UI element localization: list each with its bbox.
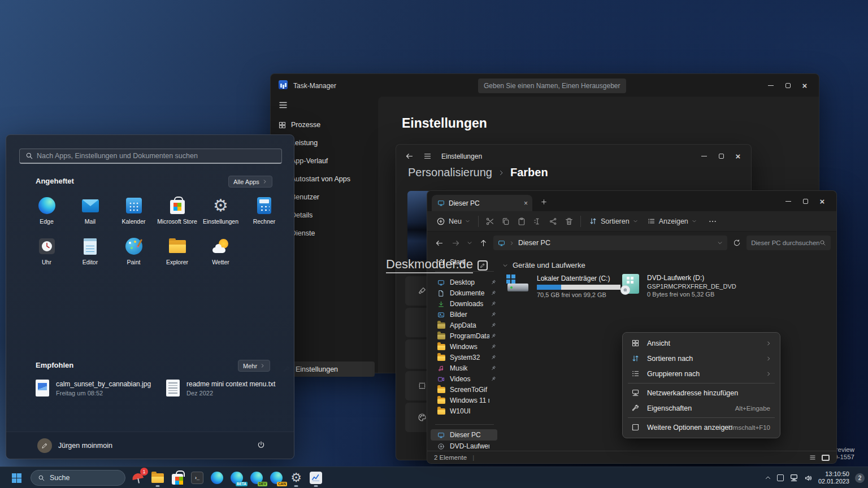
view-button[interactable]: Anzeigen (643, 213, 701, 230)
nav-item-programdata[interactable]: ProgramData (431, 330, 497, 342)
new-tab-icon[interactable] (540, 198, 548, 206)
context-menu-ansicht[interactable]: Ansicht (626, 336, 777, 351)
close-button[interactable]: × (814, 193, 831, 210)
nav-item-desktop[interactable]: Desktop (431, 277, 497, 288)
power-icon[interactable] (257, 441, 266, 450)
all-apps-button[interactable]: Alle Apps (228, 176, 272, 188)
nav-item-bilder[interactable]: Bilder (431, 309, 497, 320)
minimize-button[interactable] (780, 193, 797, 210)
chevron-down-icon[interactable] (717, 240, 723, 246)
pinned-app-uhr[interactable]: Uhr (25, 234, 68, 275)
taskbar-edge-canary[interactable]: CAN (267, 469, 285, 487)
nav-item-w10ui[interactable]: W10UI (431, 406, 497, 417)
nav-item-dokumente[interactable]: Dokumente (431, 287, 497, 299)
drive-c-tile[interactable]: Lokaler Datenträger (C:) 70,5 GB frei vo… (506, 274, 620, 298)
close-button[interactable]: × (730, 147, 747, 164)
refresh-icon[interactable] (731, 239, 743, 247)
taskbar-umbrella-app[interactable]: 1 (129, 469, 147, 487)
taskbar-settings[interactable]: ⚙ (287, 469, 305, 487)
nav-item-windows11mini[interactable]: Windows 11 mini co (431, 395, 497, 406)
context-menu-sortieren[interactable]: Sortieren nach (626, 351, 777, 366)
taskbar-store[interactable] (168, 469, 186, 487)
pinned-app-editor[interactable]: Editor (68, 234, 112, 275)
pinned-app-einstellungen[interactable]: ⚙Einstellungen (199, 194, 242, 234)
nav-item-dvd[interactable]: DVD-Laufwerk (D:) G (431, 441, 497, 451)
drive-d-tile[interactable]: DVD-Laufwerk (D:) GSP1RMCPRXFRER_DE_DVD … (622, 274, 736, 298)
pinned-app-paint[interactable]: Paint (112, 234, 155, 275)
nav-item-videos[interactable]: Videos (431, 373, 497, 385)
taskbar-task-manager[interactable] (307, 469, 325, 487)
new-button[interactable]: Neu (432, 213, 475, 230)
nav-item-appdata[interactable]: AppData (431, 320, 497, 331)
pinned-app-explorer[interactable]: Explorer (155, 234, 199, 275)
start-search-box[interactable] (19, 149, 282, 164)
avatar[interactable] (37, 438, 52, 453)
taskbar-search[interactable]: Suche (31, 470, 125, 486)
pinned-app-store[interactable]: Microsoft Store (155, 194, 199, 234)
more-options-icon[interactable] (705, 213, 721, 230)
nav-item-screentogif[interactable]: ScreenToGif (431, 384, 497, 395)
notification-count-badge[interactable]: 2 (855, 473, 865, 483)
chevron-down-icon[interactable] (466, 240, 474, 246)
taskmgr-nav-prozesse[interactable]: Prozesse (271, 116, 375, 134)
back-icon[interactable] (433, 239, 446, 247)
context-menu-eigenschaften[interactable]: Eigenschaften Alt+Eingabe (626, 400, 777, 416)
pinned-app-mail[interactable]: Mail (68, 194, 112, 234)
cut-button[interactable] (482, 213, 498, 230)
maximize-button[interactable] (797, 193, 814, 210)
pinned-app-kalender[interactable]: Kalender (112, 194, 155, 234)
context-menu-weitere-optionen[interactable]: Weitere Optionen anzeigen Umschalt+F10 (626, 420, 777, 435)
pinned-app-edge[interactable]: Edge (25, 194, 68, 234)
explorer-search-input[interactable] (751, 239, 819, 246)
maximize-button[interactable] (779, 77, 796, 94)
minimize-button[interactable] (696, 147, 713, 164)
taskbar-terminal[interactable]: ›_ (188, 469, 206, 487)
sort-button[interactable]: Sortieren (584, 213, 643, 230)
close-button[interactable]: × (796, 77, 813, 94)
tray-chevron-up-icon[interactable] (765, 474, 771, 481)
group-header[interactable]: Geräte und Laufwerke (502, 261, 585, 269)
maximize-button[interactable] (713, 147, 730, 164)
thumbnail-view-icon[interactable] (822, 455, 830, 461)
breadcrumb-parent[interactable]: Personalisierung (408, 166, 492, 179)
menu-icon[interactable] (423, 152, 432, 160)
context-menu-gruppieren[interactable]: Gruppieren nach (626, 366, 777, 381)
taskbar-explorer[interactable] (149, 469, 167, 487)
explorer-tab[interactable]: Dieser PC × (432, 195, 532, 211)
more-button[interactable]: Mehr (238, 360, 270, 372)
clock[interactable]: 13:10:50 02.01.2023 (818, 470, 849, 485)
rename-button[interactable] (530, 213, 545, 230)
network-icon[interactable] (789, 473, 798, 482)
taskbar-edge[interactable] (208, 469, 226, 487)
nav-item-downloads[interactable]: Downloads (431, 298, 497, 310)
nav-item-system32[interactable]: System32 (431, 352, 497, 363)
pinned-app-rechner[interactable]: Rechner (242, 194, 286, 234)
nav-item-dieser-pc[interactable]: Dieser PC (431, 429, 497, 441)
delete-button[interactable] (561, 213, 577, 230)
back-icon[interactable] (405, 152, 414, 160)
nav-item-windows[interactable]: Windows (431, 341, 497, 352)
task-manager-search-input[interactable] (478, 79, 626, 93)
user-name[interactable]: Jürgen moinmoin (58, 442, 112, 450)
recommended-item-1[interactable]: calm_sunset_by_cannabian.jpg Freitag um … (36, 380, 151, 396)
taskbar-edge-dev[interactable]: DEV (248, 469, 266, 487)
details-view-icon[interactable] (809, 454, 817, 461)
tray-app-icon[interactable] (777, 474, 784, 481)
nav-item-musik[interactable]: Musik (431, 363, 497, 374)
menu-icon[interactable] (278, 100, 288, 110)
copy-button[interactable] (498, 213, 514, 230)
taskbar-edge-beta[interactable]: BETA (228, 469, 246, 487)
share-button[interactable] (545, 213, 561, 230)
start-search-input[interactable] (33, 152, 281, 160)
tab-close-icon[interactable]: × (524, 199, 528, 207)
forward-icon[interactable] (449, 239, 462, 247)
up-icon[interactable] (477, 239, 490, 247)
pinned-app-wetter[interactable]: Wetter (199, 234, 242, 275)
minimize-button[interactable] (762, 77, 779, 94)
recommended-item-2[interactable]: readme mini context menu.txt Dez 2022 (166, 380, 275, 396)
volume-icon[interactable] (804, 474, 813, 482)
paste-button[interactable] (514, 213, 530, 230)
explorer-search-box[interactable] (747, 236, 831, 250)
address-breadcrumb[interactable]: Dieser PC (493, 236, 727, 250)
context-menu-netzwerkadresse[interactable]: Netzwerkadresse hinzufügen (626, 385, 777, 400)
